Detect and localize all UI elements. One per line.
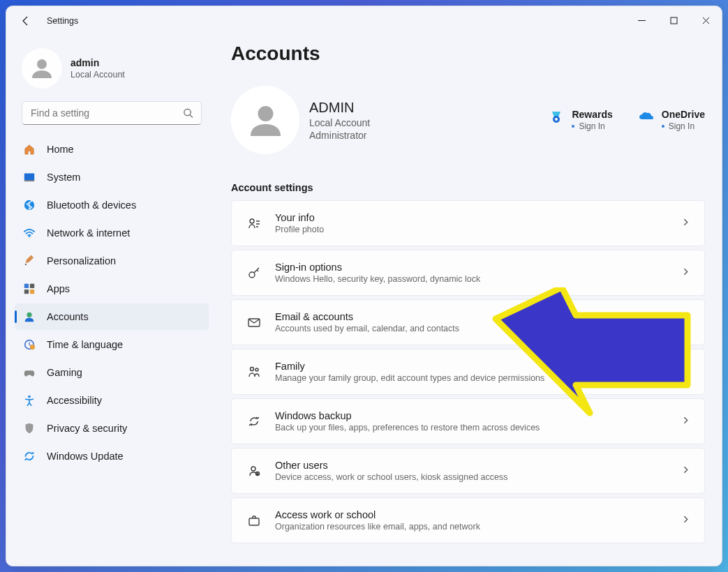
svg-rect-25 [249,518,259,525]
sidebar-item-label: System [47,172,80,183]
bluetooth-icon [22,197,37,213]
card-title: Sign-in options [275,262,681,273]
chevron-right-icon [681,465,690,477]
svg-point-1 [37,59,47,69]
svg-point-19 [249,272,255,278]
page-title: Accounts [231,43,705,65]
card-title: Access work or school [275,509,681,520]
account-type: Local Account [309,117,370,128]
sidebar-item-label: Bluetooth & devices [47,200,136,211]
rewards-link[interactable]: Rewards Sign In [548,109,612,131]
svg-point-15 [258,106,273,121]
promo-title: Rewards [572,109,612,120]
card-other-users[interactable]: Other users Device access, work or schoo… [231,448,705,494]
sidebar-item-privacy[interactable]: Privacy & security [15,415,209,442]
sidebar-item-system[interactable]: System [15,164,209,190]
promo-action: Sign In [669,121,694,131]
card-title: Your info [275,212,681,223]
sidebar-item-label: Windows Update [47,451,124,462]
svg-point-2 [184,109,191,115]
chevron-right-icon [681,366,690,378]
sidebar-item-apps[interactable]: Apps [15,276,209,302]
sidebar-user-block[interactable]: admin Local Account [6,43,217,101]
sidebar-item-label: Home [47,144,74,155]
sidebar-item-label: Accessibility [47,395,102,406]
onedrive-link[interactable]: OneDrive Sign In [638,109,705,131]
search-input[interactable] [22,101,202,125]
other-users-icon [246,462,262,479]
personalization-icon [22,253,37,269]
apps-icon [22,281,37,296]
card-subtitle: Back up your files, apps, preferences to… [275,423,681,432]
card-email-accounts[interactable]: Email & accounts Accounts used by email,… [231,299,705,345]
card-subtitle: Device access, work or school users, kio… [275,472,681,482]
promo-action: Sign In [579,121,604,131]
update-icon [22,449,37,464]
titlebar: Settings [6,6,722,36]
svg-rect-4 [24,181,34,181]
sidebar-item-bluetooth[interactable]: Bluetooth & devices [15,192,209,218]
card-windows-backup[interactable]: Windows backup Back up your files, apps,… [231,398,705,444]
sidebar-item-label: Apps [47,283,70,294]
rewards-icon [548,109,565,126]
window-title: Settings [47,16,78,26]
svg-point-11 [27,313,31,317]
settings-window: Settings admin [6,6,722,566]
privacy-icon [22,421,37,436]
close-button[interactable] [690,6,722,34]
chevron-right-icon [681,266,690,279]
maximize-button[interactable] [658,6,690,34]
sidebar-item-accounts[interactable]: Accounts [15,303,209,330]
your-info-icon [246,215,262,232]
sidebar-item-gaming[interactable]: Gaming [15,359,209,386]
account-name: ADMIN [309,100,370,116]
card-title: Email & accounts [275,311,681,322]
onedrive-icon [638,109,655,126]
chevron-right-icon [681,514,690,527]
svg-rect-0 [671,17,677,24]
card-family[interactable]: Family Manage your family group, edit ac… [231,349,705,395]
svg-rect-9 [24,289,29,294]
sidebar-item-network[interactable]: Network & internet [15,220,209,246]
user-subtitle: Local Account [70,70,125,80]
account-role: Administrator [309,130,370,141]
sidebar-item-accessibility[interactable]: Accessibility [15,387,209,414]
search-icon [183,108,193,119]
svg-rect-8 [30,284,34,288]
card-your-info[interactable]: Your info Profile photo [231,200,705,246]
svg-rect-3 [24,174,34,181]
system-icon [22,170,37,185]
svg-point-6 [29,236,30,237]
sidebar-item-update[interactable]: Windows Update [15,443,209,469]
sidebar-item-label: Privacy & security [47,423,127,434]
home-icon [22,142,37,157]
sidebar-nav: Home System Bluetooth & devices [6,133,217,469]
key-icon [246,264,262,281]
card-signin-options[interactable]: Sign-in options Windows Hello, security … [231,250,705,296]
card-title: Other users [275,460,681,471]
sidebar-item-personalization[interactable]: Personalization [15,248,209,274]
card-access-work[interactable]: Access work or school Organization resou… [231,497,705,543]
svg-point-23 [251,467,255,471]
svg-point-22 [255,368,258,371]
svg-rect-7 [24,284,29,288]
card-subtitle: Windows Hello, security key, password, d… [275,274,681,284]
card-subtitle: Organization resources like email, apps,… [275,522,681,532]
briefcase-icon [246,512,262,529]
accessibility-icon [22,393,37,408]
sidebar-item-label: Time & language [47,339,123,350]
card-title: Family [275,361,681,372]
back-button[interactable] [20,15,31,27]
account-header: ADMIN Local Account Administrator Reward… [231,86,705,154]
backup-icon [246,413,262,430]
svg-point-18 [250,219,254,223]
svg-rect-10 [30,289,34,294]
time-icon [22,337,37,352]
status-dot [572,125,574,128]
minimize-button[interactable] [625,6,658,34]
svg-point-17 [555,118,558,121]
sidebar-item-home[interactable]: Home [15,136,209,163]
email-icon [246,314,262,331]
card-subtitle: Profile photo [275,225,681,234]
sidebar-item-time[interactable]: Time & language [15,331,209,358]
